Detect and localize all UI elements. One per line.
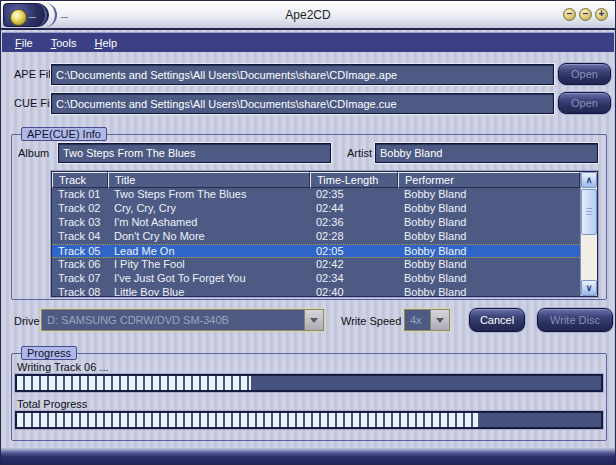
menu-file[interactable]: File xyxy=(15,37,33,49)
artist-label: Artist xyxy=(347,147,372,159)
close-button[interactable]: + xyxy=(595,8,608,21)
total-progress-fill xyxy=(17,413,478,427)
album-label: Album xyxy=(18,147,49,159)
track-cell: Track 01 xyxy=(52,188,108,202)
track-cell: 02:44 xyxy=(310,202,398,216)
window-controls: − − + xyxy=(563,8,608,21)
track-cell: Track 04 xyxy=(52,230,108,244)
track-cell: Bobby Bland xyxy=(398,216,580,230)
track-cell: Bobby Bland xyxy=(398,202,580,216)
track-table: Track Title Time-Length Performer Track … xyxy=(51,171,598,297)
track-row[interactable]: Track 01Two Steps From The Blues02:35Bob… xyxy=(52,188,580,202)
open-ape-button[interactable]: Open xyxy=(558,63,611,85)
track-cell: Track 07 xyxy=(52,272,108,286)
track-cell: Little Boy Blue xyxy=(108,286,310,296)
track-row[interactable]: Track 06I Pity The Fool02:42Bobby Bland xyxy=(52,258,580,272)
track-row[interactable]: Track 08Little Boy Blue02:40Bobby Bland xyxy=(52,286,580,296)
scrollbar-thumb[interactable] xyxy=(581,189,597,235)
track-cell: 02:34 xyxy=(310,272,398,286)
track-cell: Track 08 xyxy=(52,286,108,296)
track-cell: Bobby Bland xyxy=(398,245,580,257)
minimize-button[interactable]: − xyxy=(563,8,576,21)
dropdown-arrow-icon[interactable] xyxy=(430,310,449,330)
track-cell: Cry, Cry, Cry xyxy=(108,202,310,216)
title-bar[interactable]: _ _ Ape2CD − − + xyxy=(1,1,615,30)
open-cue-button[interactable]: Open xyxy=(558,92,611,114)
track-list: Track 01Two Steps From The Blues02:35Bob… xyxy=(52,188,580,296)
drive-label: Drive xyxy=(14,315,40,327)
total-progress-label: Total Progress xyxy=(17,398,87,410)
track-cell: Bobby Bland xyxy=(398,258,580,272)
maximize-button[interactable]: − xyxy=(579,8,592,21)
menu-tools[interactable]: Tools xyxy=(51,37,77,49)
track-row[interactable]: Track 03I'm Not Ashamed02:36Bobby Bland xyxy=(52,216,580,230)
column-header-title[interactable]: Title xyxy=(108,172,310,188)
track-cell: Track 05 xyxy=(52,245,108,257)
window-title: Ape2CD xyxy=(1,8,615,22)
scrollbar-track[interactable] xyxy=(581,235,597,280)
track-row[interactable]: Track 02Cry, Cry, Cry02:44Bobby Bland xyxy=(52,202,580,216)
column-header-performer[interactable]: Performer xyxy=(398,172,580,188)
write-disc-button[interactable]: Write Disc xyxy=(537,308,613,332)
drive-select[interactable]: D: SAMSUNG CDRW/DVD SM-340B xyxy=(41,309,324,331)
track-cell: I Pity The Fool xyxy=(108,258,310,272)
track-cell: Track 06 xyxy=(52,258,108,272)
track-progress-bar xyxy=(15,374,603,392)
track-cell: 02:28 xyxy=(310,230,398,244)
write-speed-select[interactable]: 4x xyxy=(404,309,450,331)
album-input[interactable] xyxy=(58,143,331,163)
info-group-title: APE(CUE) Info xyxy=(21,127,107,141)
column-header-track[interactable]: Track xyxy=(52,172,108,188)
cancel-button[interactable]: Cancel xyxy=(469,308,525,332)
track-progress-fill xyxy=(17,376,251,390)
track-cell: I'm Not Ashamed xyxy=(108,216,310,230)
ape-file-input[interactable] xyxy=(51,64,554,85)
track-cell: I've Just Got To Forget You xyxy=(108,272,310,286)
dropdown-arrow-icon[interactable] xyxy=(304,310,323,330)
track-cell: Track 03 xyxy=(52,216,108,230)
write-speed-value: 4x xyxy=(410,314,422,326)
scroll-up-icon[interactable]: ∧ xyxy=(581,172,597,188)
write-speed-label: Write Speed xyxy=(341,315,401,327)
track-cell: 02:42 xyxy=(310,258,398,272)
track-row[interactable]: Track 05Lead Me On02:05Bobby Bland xyxy=(52,244,580,258)
status-bar xyxy=(1,448,615,464)
ape2cd-window: _ _ Ape2CD − − + File Tools Help APE Fil… xyxy=(0,0,616,465)
column-header-time-length[interactable]: Time-Length xyxy=(310,172,398,188)
track-cell: Bobby Bland xyxy=(398,286,580,296)
menu-help[interactable]: Help xyxy=(94,37,117,49)
track-cell: Track 02 xyxy=(52,202,108,216)
scroll-down-icon[interactable]: ∨ xyxy=(581,280,597,296)
track-cell: 02:36 xyxy=(310,216,398,230)
track-cell: Don't Cry No More xyxy=(108,230,310,244)
track-cell: Lead Me On xyxy=(108,245,310,257)
track-cell: 02:05 xyxy=(310,245,398,257)
track-cell: Bobby Bland xyxy=(398,272,580,286)
progress-group-title: Progress xyxy=(21,346,77,360)
menu-bar: File Tools Help xyxy=(2,32,614,52)
track-row[interactable]: Track 04Don't Cry No More02:28Bobby Blan… xyxy=(52,230,580,244)
artist-input[interactable] xyxy=(375,143,598,163)
cue-file-input[interactable] xyxy=(51,93,554,114)
track-list-scrollbar[interactable]: ∧ ∨ xyxy=(580,172,597,296)
track-cell: 02:40 xyxy=(310,286,398,296)
total-progress-bar xyxy=(15,411,603,429)
track-row[interactable]: Track 07I've Just Got To Forget You02:34… xyxy=(52,272,580,286)
track-table-header: Track Title Time-Length Performer xyxy=(52,172,597,188)
track-cell: Bobby Bland xyxy=(398,230,580,244)
current-track-status: Writing Track 06 ... xyxy=(17,361,109,373)
track-cell: Bobby Bland xyxy=(398,188,580,202)
drive-select-value: D: SAMSUNG CDRW/DVD SM-340B xyxy=(47,314,229,326)
track-cell: Two Steps From The Blues xyxy=(108,188,310,202)
track-cell: 02:35 xyxy=(310,188,398,202)
